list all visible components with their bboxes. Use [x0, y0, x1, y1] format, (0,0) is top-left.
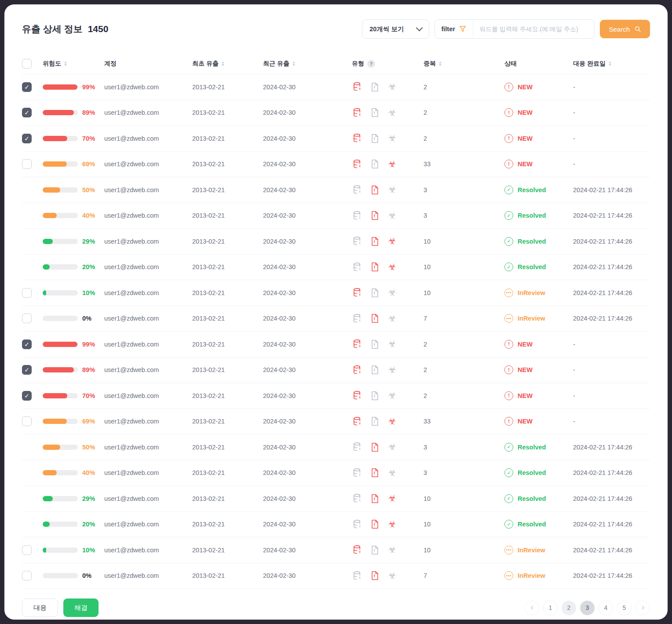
row-checkbox[interactable]: ✓ — [22, 339, 32, 349]
check-circle-icon: ✓ — [504, 468, 513, 477]
recent-leak-date: 2024-02-30 — [263, 444, 352, 451]
risk-bar — [43, 573, 78, 578]
filter-button[interactable]: filter — [435, 20, 473, 38]
completed-date: - — [573, 418, 650, 425]
leak-type-icons: ☣ — [352, 133, 424, 144]
table-row: ✓70%user1@zdweb.com2013-02-212024-02-30☣… — [22, 126, 650, 152]
leak-detail-panel: 유출 상세 정보 1450 20개씩 보기 filter Search 위험도계… — [4, 4, 668, 620]
risk-percent: 40% — [82, 212, 95, 219]
page-button-3[interactable]: 3 — [580, 601, 595, 615]
risk-bar — [43, 213, 78, 218]
row-checkbox[interactable] — [22, 416, 32, 426]
row-checkbox[interactable] — [22, 314, 32, 323]
respond-button[interactable]: 대응 — [22, 598, 58, 617]
completed-date: 2024-02-21 17:44:26 — [573, 186, 650, 193]
first-leak-date: 2013-02-21 — [192, 263, 263, 270]
risk-percent: 70% — [82, 135, 95, 142]
check-circle-icon: ✓ — [504, 263, 513, 271]
leak-type-icons: ☣ — [352, 545, 424, 555]
status-label: Resolved — [518, 263, 546, 270]
column-select-all — [22, 59, 43, 69]
biohazard-icon: ☣ — [387, 442, 398, 452]
leak-type-icons: ☣ — [352, 442, 424, 452]
column-completed[interactable]: 대응 완료일 — [573, 60, 650, 68]
document-leak-icon — [369, 313, 380, 324]
biohazard-icon: ☣ — [387, 236, 398, 247]
page-button-4[interactable]: 4 — [599, 601, 613, 615]
check-circle-icon: ✓ — [504, 494, 513, 503]
row-checkbox[interactable] — [22, 571, 32, 580]
leak-type-icons: ☣ — [352, 185, 424, 195]
row-checkbox[interactable] — [22, 545, 32, 555]
search-input[interactable] — [473, 26, 595, 33]
column-status: 상태 — [504, 60, 573, 68]
check-circle-icon: ✓ — [504, 211, 513, 220]
select-all-checkbox[interactable] — [22, 59, 32, 69]
column-recent-leak[interactable]: 최근 유출 — [263, 60, 352, 68]
risk-percent: 0% — [82, 572, 91, 579]
leak-type-icons: ☣ — [352, 519, 424, 529]
table-row: 29%user1@zdweb.com2013-02-212024-02-30☣1… — [22, 229, 650, 255]
row-checkbox[interactable] — [22, 159, 32, 169]
biohazard-icon: ☣ — [387, 262, 398, 272]
risk-bar — [43, 393, 78, 398]
leak-type-icons: ☣ — [352, 210, 424, 221]
recent-leak-date: 2024-02-30 — [263, 289, 352, 296]
search-button-label: Search — [609, 26, 630, 33]
column-first-leak[interactable]: 최초 유출 — [192, 60, 263, 68]
page-size-select[interactable]: 20개씩 보기 — [362, 19, 429, 39]
biohazard-icon: ☣ — [387, 339, 398, 350]
status-label: NEW — [518, 109, 533, 116]
page-button-2[interactable]: 2 — [562, 601, 576, 615]
row-checkbox[interactable] — [22, 288, 32, 298]
status-label: NEW — [518, 341, 533, 348]
account-email: user1@zdweb.com — [104, 135, 192, 142]
account-email: user1@zdweb.com — [104, 469, 192, 476]
leak-type-icons: ☣ — [352, 365, 424, 375]
document-leak-icon — [369, 390, 380, 401]
ellipsis-circle-icon: ⋯ — [504, 314, 513, 323]
duplicate-count: 2 — [424, 341, 504, 348]
duplicate-count: 10 — [424, 263, 504, 270]
completed-date: 2024-02-21 17:44:26 — [573, 521, 650, 528]
status-label: Resolved — [518, 495, 546, 502]
document-leak-icon — [369, 210, 380, 221]
leak-type-icons: ☣ — [352, 390, 424, 401]
resolve-button[interactable]: 해결 — [63, 598, 99, 617]
help-question-icon[interactable]: ? — [367, 60, 375, 68]
completed-date: 2024-02-21 17:44:26 — [573, 572, 650, 579]
account-email: user1@zdweb.com — [104, 263, 192, 270]
sort-arrows-icon — [439, 62, 442, 66]
chevron-right-icon[interactable] — [635, 601, 650, 615]
status-label: Resolved — [518, 521, 546, 528]
page-button-5[interactable]: 5 — [617, 601, 632, 615]
risk-bar — [43, 290, 78, 296]
row-checkbox[interactable]: ✓ — [22, 391, 32, 401]
chevron-left-icon[interactable] — [525, 601, 539, 615]
page-size-label: 20개씩 보기 — [369, 25, 404, 33]
document-leak-icon — [369, 570, 380, 581]
page-title: 유출 상세 정보 1450 — [22, 23, 108, 35]
check-circle-icon: ✓ — [504, 186, 513, 194]
row-checkbox[interactable]: ✓ — [22, 365, 32, 375]
column-risk[interactable]: 위험도 — [43, 60, 104, 68]
recent-leak-date: 2024-02-30 — [263, 572, 352, 579]
row-checkbox[interactable]: ✓ — [22, 134, 32, 143]
search-button[interactable]: Search — [600, 20, 650, 38]
document-leak-icon — [369, 519, 380, 529]
document-leak-icon — [369, 262, 380, 272]
total-count: 1450 — [88, 24, 109, 34]
check-circle-icon: ✓ — [504, 237, 513, 246]
status-label: NEW — [518, 84, 533, 91]
table-body: ✓99%user1@zdweb.com2013-02-212024-02-30☣… — [22, 74, 650, 589]
database-leak-icon — [352, 570, 362, 581]
ellipsis-circle-icon: ⋯ — [504, 288, 513, 297]
duplicate-count: 10 — [424, 547, 504, 554]
account-email: user1@zdweb.com — [104, 418, 192, 425]
account-email: user1@zdweb.com — [104, 366, 192, 373]
row-checkbox[interactable]: ✓ — [22, 82, 32, 92]
page-button-1[interactable]: 1 — [543, 601, 558, 615]
row-checkbox[interactable]: ✓ — [22, 108, 32, 117]
risk-percent: 10% — [82, 289, 95, 296]
column-duplicates[interactable]: 중복 — [424, 60, 504, 68]
